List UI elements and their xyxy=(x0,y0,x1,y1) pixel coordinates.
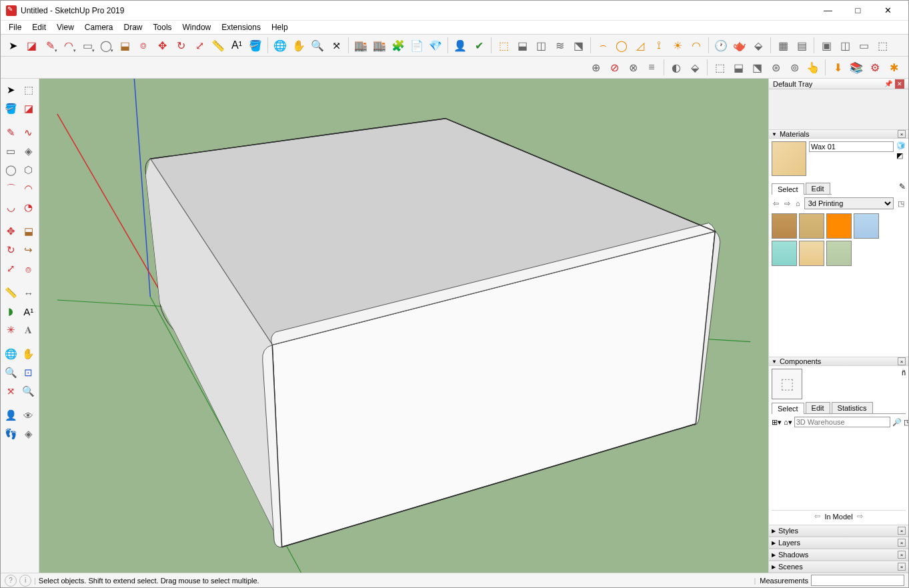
pan[interactable]: ✋ xyxy=(21,345,37,363)
select-tool[interactable]: ➤ xyxy=(3,81,19,99)
extension-manager[interactable]: 💎 xyxy=(427,36,444,55)
shadow-angle[interactable]: ◿ xyxy=(632,36,649,55)
help-icon[interactable]: ? xyxy=(5,575,17,587)
offset-tool[interactable]: ⌾ xyxy=(135,36,152,55)
rectangle-tool[interactable]: ▭ xyxy=(79,36,96,55)
create-material-icon[interactable]: 🧊 xyxy=(896,141,906,150)
previous[interactable]: 🔍 xyxy=(21,383,37,400)
material-swatch-wax[interactable] xyxy=(799,241,824,266)
mat-details-icon[interactable]: ◳ xyxy=(896,199,906,208)
solid-1[interactable]: ⊕ xyxy=(587,58,604,77)
user-button[interactable]: 👤 xyxy=(451,36,469,55)
menu-file[interactable]: File xyxy=(3,21,27,33)
scale-tool[interactable]: ⤢ xyxy=(191,36,208,55)
materials-panel-header[interactable]: ▼ Materials × xyxy=(769,129,908,139)
mat-home-icon[interactable]: ⌂ xyxy=(794,199,802,207)
paint-bucket[interactable]: 🪣 xyxy=(3,100,19,117)
tray-header[interactable]: Default Tray 📌 ✕ xyxy=(769,79,908,89)
solid-16[interactable]: ✱ xyxy=(885,58,902,77)
menu-extensions[interactable]: Extensions xyxy=(216,21,266,33)
component-thumbnail[interactable]: ⬚ xyxy=(772,369,802,399)
material-swatch-aqua[interactable] xyxy=(772,241,797,266)
zoom-tool[interactable]: 🔍 xyxy=(309,36,326,55)
solid-13[interactable]: ⬇ xyxy=(829,58,846,77)
minimize-button[interactable]: — xyxy=(813,1,843,20)
panel-close-icon[interactable]: × xyxy=(898,551,906,559)
text-tool[interactable]: A¹ xyxy=(228,36,245,55)
menu-window[interactable]: Window xyxy=(177,21,217,33)
solid-15[interactable]: ⚙ xyxy=(866,58,884,77)
panel-close-icon[interactable]: × xyxy=(898,130,906,138)
geo-location[interactable]: ✔ xyxy=(470,36,488,55)
offset[interactable]: ⌾ xyxy=(21,260,37,277)
line-tool[interactable]: ✎ xyxy=(41,36,59,55)
select-tool[interactable]: ➤ xyxy=(4,36,21,55)
3dtext[interactable]: 𝐀 xyxy=(21,321,37,339)
current-material-swatch[interactable] xyxy=(772,141,806,176)
paint-tool[interactable]: 🪣 xyxy=(247,36,264,55)
section[interactable]: ◈ xyxy=(21,425,37,443)
shadow-circle[interactable]: ◯ xyxy=(613,36,630,55)
tray-close-icon[interactable]: ✕ xyxy=(895,79,904,89)
rotate[interactable]: ↻ xyxy=(3,241,19,259)
3pt-arc[interactable]: ◡ xyxy=(3,199,19,216)
2pt-arc[interactable]: ◠ xyxy=(21,180,37,197)
line[interactable]: ✎ xyxy=(3,124,19,141)
solid-3[interactable]: ⊗ xyxy=(624,58,642,77)
panel-close-icon[interactable]: × xyxy=(898,539,906,547)
solid-7[interactable]: ⬚ xyxy=(711,58,728,77)
rotate-tool[interactable]: ↻ xyxy=(172,36,189,55)
zoom-window[interactable]: ⊡ xyxy=(21,364,37,381)
position-camera[interactable]: 👤 xyxy=(3,407,19,424)
extension-warehouse[interactable]: 🧩 xyxy=(389,36,407,55)
section-fill[interactable]: ≋ xyxy=(551,36,568,55)
comp-view-icon[interactable]: ⊞▾ xyxy=(772,418,782,427)
teapot-tool[interactable]: 🫖 xyxy=(731,36,748,55)
material-library-select[interactable]: 3d Printing xyxy=(804,197,894,209)
pan-tool[interactable]: ✋ xyxy=(290,36,307,55)
arc-tool[interactable]: ◠ xyxy=(60,36,77,55)
panel-close-icon[interactable]: × xyxy=(898,527,906,535)
pushpull-tool[interactable]: ⬓ xyxy=(116,36,133,55)
orbit[interactable]: 🌐 xyxy=(3,345,19,363)
panel-close-icon[interactable]: × xyxy=(898,563,906,571)
menu-camera[interactable]: Camera xyxy=(79,21,119,33)
freehand[interactable]: ∿ xyxy=(21,124,37,141)
menu-help[interactable]: Help xyxy=(266,21,293,33)
eraser-tool[interactable]: ◪ xyxy=(23,36,40,55)
solid-8[interactable]: ⬓ xyxy=(730,58,747,77)
pin-icon[interactable]: 📌 xyxy=(884,80,892,87)
orbit-tool[interactable]: 🌐 xyxy=(271,36,289,55)
zoom[interactable]: 🔍 xyxy=(3,364,19,381)
shadow-dome[interactable]: ◠ xyxy=(688,36,705,55)
section-display[interactable]: ⬓ xyxy=(514,36,531,55)
solid-9[interactable]: ⬔ xyxy=(748,58,766,77)
render-tool[interactable]: ⬙ xyxy=(750,36,767,55)
measurements-input[interactable] xyxy=(811,575,904,586)
components-tab-statistics[interactable]: Statistics xyxy=(832,402,873,413)
solid-4[interactable]: ≡ xyxy=(643,58,660,77)
shadows-panel-header[interactable]: ▶Shadows× xyxy=(769,549,908,561)
polygon[interactable]: ⬡ xyxy=(21,161,37,179)
info-icon[interactable]: i xyxy=(19,575,31,587)
comp-next-icon[interactable]: ⇨ xyxy=(857,512,863,521)
components-tab-edit[interactable]: Edit xyxy=(806,402,830,413)
tape-tool[interactable]: 📏 xyxy=(209,36,227,55)
walk[interactable]: 👣 xyxy=(3,425,19,443)
material-swatch-wood-1[interactable] xyxy=(772,213,797,239)
text[interactable]: A¹ xyxy=(21,303,37,320)
solid-6[interactable]: ⬙ xyxy=(686,58,704,77)
eyedropper-icon[interactable]: ✎ xyxy=(899,182,906,191)
components-panel-header[interactable]: ▼ Components × xyxy=(769,357,908,366)
eraser[interactable]: ◪ xyxy=(21,100,37,117)
maximize-button[interactable]: □ xyxy=(843,1,873,20)
section-plane[interactable]: ⬚ xyxy=(495,36,512,55)
zoom-extents[interactable]: ⤧ xyxy=(3,383,19,400)
rectangle[interactable]: ▭ xyxy=(3,143,19,160)
menu-draw[interactable]: Draw xyxy=(119,21,148,33)
menu-view[interactable]: View xyxy=(51,21,79,33)
solid-2[interactable]: ⊘ xyxy=(606,58,623,77)
move-tool[interactable]: ✥ xyxy=(153,36,171,55)
default-material-icon[interactable]: ◩ xyxy=(896,151,906,160)
view-1[interactable]: ▣ xyxy=(818,36,835,55)
